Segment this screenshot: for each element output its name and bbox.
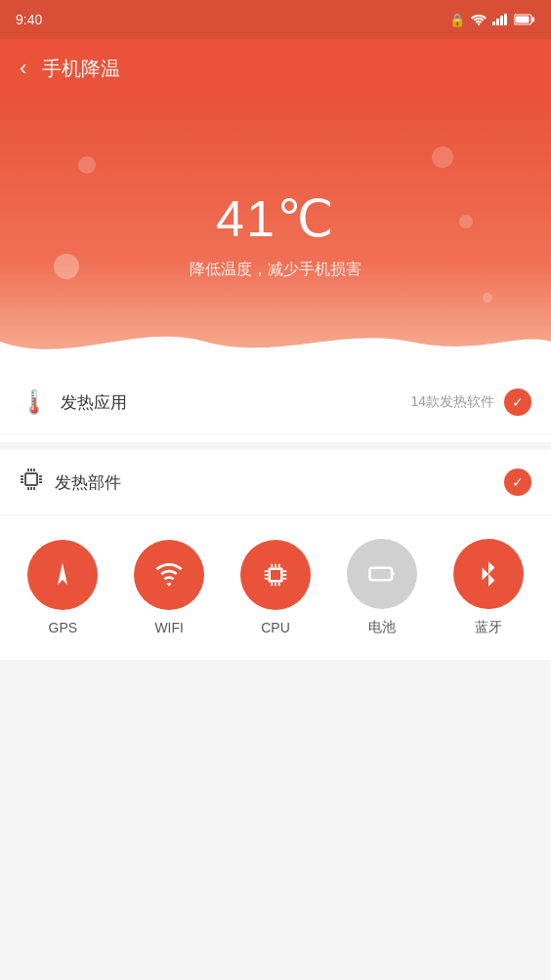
- gps-label: GPS: [49, 620, 78, 635]
- bubble-decoration-3: [459, 215, 473, 228]
- svg-rect-23: [369, 568, 392, 581]
- component-battery[interactable]: 电池: [347, 539, 417, 636]
- hero-section: 41℃ 降低温度，减少手机损害: [0, 98, 551, 371]
- section-separator: [0, 442, 551, 450]
- wifi-label: WIFI: [154, 620, 184, 635]
- status-time: 9:40: [16, 12, 42, 27]
- heat-components-header: 发热部件 ✓: [0, 450, 551, 515]
- check-icon: ✓: [512, 394, 524, 410]
- heat-components-toggle[interactable]: ✓: [504, 469, 531, 496]
- bluetooth-label: 蓝牙: [475, 619, 502, 636]
- signal-icon: [492, 14, 508, 25]
- svg-rect-1: [492, 21, 495, 25]
- temperature-subtitle: 降低温度，减少手机损害: [190, 260, 361, 280]
- components-check-icon: ✓: [512, 474, 524, 490]
- cpu-gear-icon: [20, 468, 43, 497]
- svg-rect-4: [504, 14, 507, 25]
- thermometer-icon: 🌡️: [20, 388, 49, 416]
- lock-icon: 🔒: [449, 13, 465, 27]
- battery-label: 电池: [368, 619, 396, 636]
- heat-apps-title: 发热应用: [61, 391, 127, 414]
- svg-rect-6: [532, 18, 535, 22]
- content-area: 🌡️ 发热应用 14款发热软件 ✓ 发热部件: [0, 371, 551, 660]
- svg-rect-10: [271, 570, 280, 580]
- bubble-decoration-4: [54, 254, 79, 279]
- heat-components-title-group: 发热部件: [20, 468, 121, 497]
- heat-apps-right: 14款发热软件 ✓: [410, 388, 531, 416]
- heat-components-title: 发热部件: [55, 471, 121, 494]
- heat-apps-title-group: 🌡️ 发热应用: [20, 388, 127, 416]
- gps-circle: [27, 540, 98, 610]
- component-wifi[interactable]: WIFI: [134, 540, 204, 635]
- svg-rect-2: [496, 19, 499, 25]
- heat-components-right: ✓: [504, 469, 531, 496]
- bubble-decoration-1: [78, 156, 96, 174]
- heat-apps-count: 14款发热软件: [410, 393, 494, 411]
- back-button[interactable]: ‹: [20, 56, 26, 81]
- components-grid: GPS WIFI: [0, 515, 551, 660]
- battery-circle: [347, 539, 417, 609]
- temperature-display: 41℃: [216, 189, 335, 248]
- wave-decoration: [0, 312, 551, 371]
- bubble-decoration-5: [483, 293, 492, 303]
- heat-components-section: 发热部件 ✓ GPS: [0, 450, 551, 660]
- page-title: 手机降温: [42, 56, 120, 82]
- svg-rect-7: [516, 17, 530, 23]
- heat-apps-section: 🌡️ 发热应用 14款发热软件 ✓: [0, 371, 551, 434]
- svg-rect-8: [25, 473, 37, 485]
- status-bar: 9:40 🔒: [0, 0, 551, 39]
- bluetooth-circle: [453, 539, 524, 609]
- component-cpu[interactable]: CPU: [240, 540, 311, 635]
- component-gps[interactable]: GPS: [27, 540, 98, 635]
- status-icons: 🔒: [449, 13, 535, 27]
- component-bluetooth[interactable]: 蓝牙: [453, 539, 524, 636]
- heat-apps-toggle[interactable]: ✓: [504, 388, 531, 416]
- svg-rect-3: [500, 16, 503, 25]
- page-header: ‹ 手机降温: [0, 39, 551, 98]
- svg-point-0: [478, 23, 480, 25]
- heat-apps-header: 🌡️ 发热应用 14款发热软件 ✓: [0, 371, 551, 434]
- battery-status-icon: [514, 14, 535, 25]
- wifi-circle: [134, 540, 204, 610]
- cpu-circle: [240, 540, 311, 610]
- bubble-decoration-2: [432, 146, 453, 168]
- wifi-icon: [471, 14, 487, 25]
- cpu-label: CPU: [261, 620, 290, 635]
